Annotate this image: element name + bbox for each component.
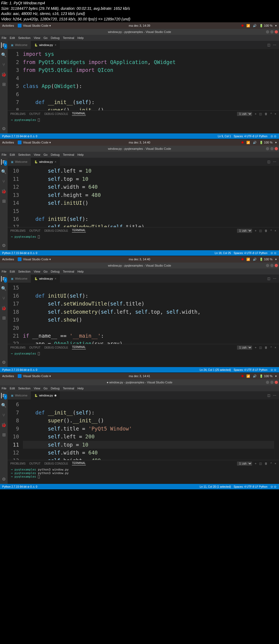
close-button[interactable]	[275, 381, 278, 384]
menu-file[interactable]: File	[2, 270, 7, 273]
clock[interactable]: ma dec 3, 14:41	[129, 374, 150, 378]
debug-icon[interactable]: 🐞	[1, 72, 7, 77]
close-panel-icon[interactable]: ×	[275, 229, 276, 232]
extensions-icon[interactable]: ⊞	[1, 315, 7, 321]
activities-button[interactable]: Activities	[2, 374, 14, 378]
system-tray[interactable]: 📶 🔊 🔋 100 % ▾	[241, 141, 277, 144]
panel-tab-output[interactable]: OUTPUT	[29, 346, 41, 349]
system-tray[interactable]: 📶 🔊 🔋 100 % ▾	[241, 374, 277, 378]
code-editor[interactable]: 678910111213141516 def __init__(self): s…	[8, 399, 279, 460]
cursor-position[interactable]: Ln 9, Col 1	[218, 135, 231, 138]
tab-welcome[interactable]: ▣Welcome	[8, 158, 31, 166]
tab-window-py[interactable]: 🐍window.py	[31, 391, 60, 399]
menu-file[interactable]: File	[2, 36, 7, 39]
close-icon[interactable]: ×	[54, 160, 56, 163]
menu-selection[interactable]: Selection	[18, 153, 31, 156]
app-menu[interactable]: Visual Studio Code ▾	[18, 257, 51, 261]
menu-help[interactable]: Help	[77, 387, 84, 390]
panel-tab-terminal[interactable]: TERMINAL	[72, 462, 86, 465]
system-tray[interactable]: 📶 🔊 🔋 100 % ▾	[241, 258, 277, 261]
debug-icon[interactable]: 🐞	[1, 306, 7, 311]
kill-terminal-icon[interactable]: 🗑	[265, 112, 268, 115]
code-content[interactable]: def initUI(self): self.setWindowTitle(se…	[23, 283, 274, 344]
clock[interactable]: ma dec 3, 14:39	[129, 24, 150, 27]
clock[interactable]: ma dec 3, 14:40	[129, 141, 150, 144]
python-interpreter[interactable]: Python 2.7.15 64-bit ⊘ 0 ⚠ 0	[2, 252, 37, 255]
minimize-button[interactable]	[266, 147, 269, 150]
split-terminal-icon[interactable]: ◫	[259, 112, 262, 116]
tab-window-py[interactable]: 🐍window.py ×	[31, 158, 60, 166]
app-menu[interactable]: Visual Studio Code ▾	[18, 24, 51, 28]
feedback-icon[interactable]: ☺☺	[270, 134, 277, 138]
minimap[interactable]	[274, 283, 279, 344]
split-editor-icon[interactable]: ◫	[267, 277, 270, 280]
explorer-icon[interactable]: 🗎1	[1, 276, 7, 282]
status-indent[interactable]: Spaces: 4 UTF-8 LF Python	[234, 368, 268, 371]
minimap[interactable]	[274, 49, 279, 110]
code-content[interactable]: self.left = 10 self.top = 10 self.width …	[23, 166, 274, 227]
split-editor-icon[interactable]: ◫	[267, 43, 270, 47]
source-control-icon[interactable]: ⑂	[1, 296, 7, 301]
maximize-button[interactable]	[270, 30, 274, 33]
close-button[interactable]	[275, 147, 278, 150]
menu-selection[interactable]: Selection	[18, 387, 31, 390]
minimize-button[interactable]	[266, 30, 269, 33]
debug-icon[interactable]: 🐞	[1, 189, 7, 194]
feedback-icon[interactable]: ☺☺	[270, 251, 277, 255]
menu-view[interactable]: View	[34, 270, 40, 273]
panel-tab-problems[interactable]: PROBLEMS	[10, 112, 26, 115]
new-terminal-icon[interactable]: +	[255, 229, 256, 232]
maximize-button[interactable]	[270, 147, 274, 150]
maximize-panel-icon[interactable]: ^	[270, 346, 272, 349]
panel-tab-terminal[interactable]: TERMINAL	[72, 112, 86, 116]
terminal-selector[interactable]: 1: zsh	[237, 462, 252, 466]
menu-file[interactable]: File	[2, 387, 7, 390]
close-panel-icon[interactable]: ×	[275, 112, 276, 115]
cursor-position[interactable]: Ln 24, Col 1 (25 selected)	[200, 368, 231, 371]
new-terminal-icon[interactable]: +	[255, 462, 256, 465]
debug-icon[interactable]: 🐞	[1, 422, 7, 428]
explorer-icon[interactable]: 🗎1	[1, 42, 7, 48]
tab-window-py[interactable]: 🐍window.py ×	[31, 41, 60, 49]
terminal[interactable]: → pyqtexamples	[8, 117, 279, 133]
explorer-icon[interactable]: 🗎1	[1, 393, 7, 398]
close-panel-icon[interactable]: ×	[275, 346, 276, 349]
panel-tab-debug-console[interactable]: DEBUG CONSOLE	[44, 346, 68, 349]
status-indent[interactable]: Spaces: 4 UTF-8 LF Python	[234, 252, 268, 255]
terminal-selector[interactable]: 1: zsh	[237, 112, 252, 116]
minimize-button[interactable]	[266, 264, 269, 267]
terminal-selector[interactable]: 1: zsh	[237, 229, 252, 233]
menu-edit[interactable]: Edit	[10, 270, 15, 273]
new-terminal-icon[interactable]: +	[255, 346, 256, 349]
menu-terminal[interactable]: Terminal	[63, 270, 74, 273]
close-button[interactable]	[275, 30, 278, 33]
gear-icon[interactable]: ⚙	[2, 243, 6, 248]
maximize-button[interactable]	[270, 381, 274, 384]
code-editor[interactable]: 15161718192021222324 def initUI(self): s…	[8, 283, 279, 344]
terminal-selector[interactable]: 1: zsh	[237, 346, 252, 350]
feedback-icon[interactable]: ☺☺	[270, 368, 277, 372]
menu-edit[interactable]: Edit	[10, 36, 15, 39]
menu-selection[interactable]: Selection	[18, 36, 31, 39]
app-menu[interactable]: Visual Studio Code ▾	[18, 374, 51, 378]
new-terminal-icon[interactable]: +	[255, 112, 256, 115]
python-interpreter[interactable]: Python 2.7.15 64-bit ⊘ 0 ⚠ 0	[2, 368, 37, 371]
maximize-panel-icon[interactable]: ^	[270, 462, 272, 465]
gear-icon[interactable]: ⚙	[2, 126, 6, 131]
more-actions-icon[interactable]: ⋯	[273, 277, 276, 280]
menu-selection[interactable]: Selection	[18, 270, 31, 273]
panel-tab-debug-console[interactable]: DEBUG CONSOLE	[44, 112, 68, 115]
panel-tab-terminal[interactable]: TERMINAL	[72, 346, 86, 349]
app-menu[interactable]: Visual Studio Code ▾	[18, 141, 51, 144]
menu-debug[interactable]: Debug	[51, 36, 59, 39]
menu-edit[interactable]: Edit	[10, 387, 15, 390]
activities-button[interactable]: Activities	[2, 24, 14, 27]
menu-terminal[interactable]: Terminal	[63, 36, 74, 39]
menu-help[interactable]: Help	[77, 36, 84, 39]
menu-go[interactable]: Go	[44, 270, 48, 273]
python-interpreter[interactable]: Python 2.7.15 64-bit ⊘ 0 ⚠ 0	[2, 485, 37, 488]
extensions-icon[interactable]: ⊞	[1, 432, 7, 438]
menu-debug[interactable]: Debug	[51, 270, 59, 273]
menu-view[interactable]: View	[34, 153, 40, 156]
close-icon[interactable]: ×	[54, 277, 56, 280]
